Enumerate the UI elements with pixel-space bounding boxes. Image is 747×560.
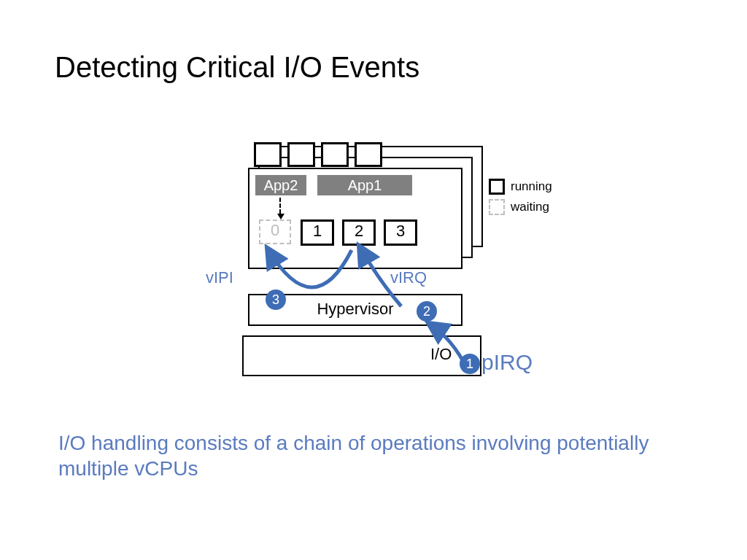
caption: I/O handling consists of a chain of oper… bbox=[58, 430, 700, 481]
legend-swatch-waiting-icon bbox=[489, 199, 505, 215]
legend: running waiting bbox=[489, 179, 552, 219]
legend-label-running: running bbox=[511, 179, 552, 194]
app2-to-vcpu0-arrow bbox=[279, 198, 281, 214]
slide: Detecting Critical I/O Events App2 App1 … bbox=[0, 0, 747, 560]
diagram: App2 App1 0 1 2 3 running waiting Hyperv… bbox=[190, 135, 584, 405]
legend-label-waiting: waiting bbox=[511, 200, 549, 214]
legend-row-waiting: waiting bbox=[489, 199, 552, 215]
virq-label: vIRQ bbox=[390, 268, 427, 287]
legend-swatch-running-icon bbox=[489, 179, 505, 195]
legend-row-running: running bbox=[489, 179, 552, 195]
pcpu-3 bbox=[355, 142, 382, 167]
pcpu-1 bbox=[287, 142, 315, 167]
app1-box: App1 bbox=[317, 175, 412, 195]
vcpu-2: 2 bbox=[342, 219, 376, 246]
step-badge-3: 3 bbox=[266, 289, 286, 310]
io-label: I/O bbox=[430, 345, 452, 364]
vcpu-0: 0 bbox=[259, 219, 291, 244]
slide-title: Detecting Critical I/O Events bbox=[55, 51, 419, 84]
pcpu-2 bbox=[321, 142, 349, 167]
pirq-label: pIRQ bbox=[481, 350, 533, 375]
step-badge-1: 1 bbox=[460, 354, 480, 374]
vipi-label: vIPI bbox=[206, 268, 233, 287]
step-badge-2: 2 bbox=[417, 301, 437, 322]
vcpu-3: 3 bbox=[384, 219, 417, 246]
app2-box: App2 bbox=[255, 175, 306, 195]
pcpu-0 bbox=[254, 142, 282, 167]
vcpu-1: 1 bbox=[301, 219, 334, 246]
